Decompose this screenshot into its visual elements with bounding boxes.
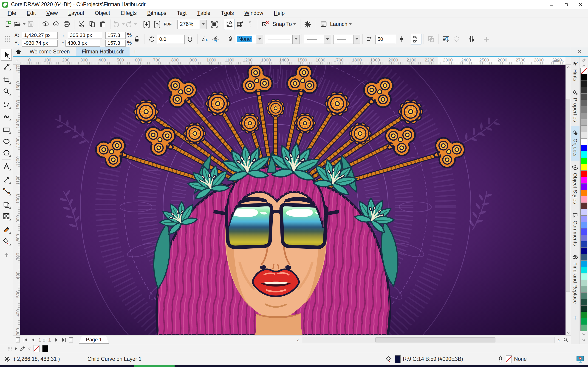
copy-button[interactable] xyxy=(87,19,98,30)
palette-swatch-#5fb380[interactable] xyxy=(580,325,587,331)
menu-file[interactable]: File xyxy=(2,9,21,17)
round-node-icon[interactable] xyxy=(185,34,195,45)
palette-scroll-left-icon[interactable] xyxy=(28,347,31,350)
palette-swatch-#88b0a0[interactable] xyxy=(580,286,587,293)
next-page-button[interactable] xyxy=(53,336,60,343)
print-button[interactable] xyxy=(61,19,72,30)
menu-help[interactable]: Help xyxy=(268,9,290,17)
palette-swatch-#4d4d4d[interactable] xyxy=(580,93,587,100)
rotation-angle-field[interactable]: 0.0 xyxy=(157,35,185,44)
scroll-down-icon[interactable] xyxy=(566,330,571,335)
freehand-tool[interactable] xyxy=(1,99,12,110)
palette-swatch-#00ff00[interactable] xyxy=(580,158,587,164)
palette-swatch-#ff0000[interactable] xyxy=(580,170,587,177)
palette-swatch-#808080[interactable] xyxy=(580,106,587,113)
docker-tab-find-and-replace[interactable]: Find and Replace xyxy=(571,250,579,308)
palette-swatch-#5c2e2e[interactable] xyxy=(580,202,587,209)
cloud-download-button[interactable] xyxy=(40,19,51,30)
palette-swatch-#0d3326[interactable] xyxy=(580,305,587,312)
object-position-grid-icon[interactable] xyxy=(2,34,13,45)
new-document-tab-button[interactable]: + xyxy=(130,47,140,56)
status-options-gear-icon[interactable] xyxy=(4,356,10,363)
start-arrowhead-combo[interactable] xyxy=(304,35,331,44)
undo-caret-icon[interactable] xyxy=(122,23,125,25)
vertical-ruler[interactable]: 1700160015001400130012001100100090080070… xyxy=(13,65,20,335)
smoothing-slider-button[interactable] xyxy=(396,34,406,45)
palette-swatch-#4d8070[interactable] xyxy=(580,292,587,299)
horizontal-scroll-thumb[interactable] xyxy=(375,337,495,342)
artistic-media-tool[interactable] xyxy=(1,110,12,122)
palette-swatch-#ff00ff[interactable] xyxy=(580,177,587,184)
palette-swatch-#0000ff[interactable] xyxy=(580,145,587,151)
palette-swatch-#333333[interactable] xyxy=(580,87,587,94)
menu-edit[interactable]: Edit xyxy=(21,9,41,17)
close-curve-button[interactable] xyxy=(411,34,422,45)
text-tool[interactable] xyxy=(1,161,12,172)
drawing-canvas[interactable] xyxy=(20,65,565,335)
export-button[interactable] xyxy=(152,19,162,30)
scroll-left-icon[interactable]: ‹ xyxy=(295,337,301,343)
last-page-button[interactable] xyxy=(60,336,68,343)
palette-expand-icon[interactable] xyxy=(582,337,586,343)
palette-swatch-#1f3faf[interactable] xyxy=(580,241,587,248)
menu-table[interactable]: Table xyxy=(192,9,216,17)
document-swatch-black[interactable] xyxy=(42,345,48,352)
object-width-field[interactable]: 305.38 px xyxy=(68,32,102,39)
show-guidelines-button[interactable] xyxy=(245,19,256,30)
undo-button[interactable] xyxy=(112,19,125,30)
menu-layout[interactable]: Layout xyxy=(63,9,90,17)
outline-width-combo[interactable]: None xyxy=(236,35,263,44)
palette-swatch-#ffff00[interactable] xyxy=(580,164,587,171)
fill-color-swatch[interactable] xyxy=(395,355,401,363)
minimize-button[interactable] xyxy=(544,0,559,9)
cloud-upload-button[interactable] xyxy=(51,19,61,30)
zoom-level-combo[interactable]: 276% xyxy=(177,20,207,29)
fit-page-button[interactable] xyxy=(562,336,569,343)
launch-dropdown[interactable]: Launch xyxy=(317,19,354,30)
restore-button[interactable] xyxy=(559,0,573,9)
snap-points-button[interactable] xyxy=(451,34,462,45)
open-button[interactable] xyxy=(13,19,26,30)
ruler-origin-button[interactable] xyxy=(13,57,20,65)
import-button[interactable] xyxy=(141,19,152,30)
shape-tool[interactable] xyxy=(1,60,12,72)
customize-plus-button[interactable] xyxy=(481,34,492,45)
outline-color-icon[interactable] xyxy=(498,356,503,363)
scale-v-field[interactable]: 157.3 xyxy=(105,40,126,47)
palette-swatch-#1a1a1a[interactable] xyxy=(580,81,587,87)
docker-tab-comments[interactable]: Comments xyxy=(571,208,579,250)
docker-tab-properties[interactable]: Properties xyxy=(571,85,579,126)
color-proof-display-icon[interactable] xyxy=(576,356,584,363)
palette-swatch-#b3b3b3[interactable] xyxy=(580,119,587,126)
show-grid-button[interactable] xyxy=(234,19,245,30)
smoothing-field[interactable]: 50 xyxy=(375,35,396,44)
publish-pdf-button[interactable]: PDF xyxy=(162,19,173,30)
ellipse-tool[interactable] xyxy=(1,135,12,147)
palette-swatch-none[interactable] xyxy=(580,68,587,74)
scale-h-field[interactable]: 157.3 xyxy=(105,32,126,39)
x-position-field[interactable]: 1,420.27 px xyxy=(22,32,58,39)
menu-text[interactable]: Text xyxy=(172,9,192,17)
tab-welcome-screen[interactable]: Welcome Screen xyxy=(24,47,76,56)
add-tools-button[interactable] xyxy=(1,249,12,261)
palette-swatch-#7373d9[interactable] xyxy=(580,235,587,241)
palette-swatch-#02a54b[interactable] xyxy=(580,318,587,325)
palette-swatch-#9999ff[interactable] xyxy=(580,215,587,222)
close-document-icon[interactable] xyxy=(577,49,582,55)
add-page-after-button[interactable] xyxy=(68,336,75,343)
snap-off-button[interactable] xyxy=(260,19,271,30)
paste-button[interactable] xyxy=(98,19,108,30)
scroll-up-icon[interactable] xyxy=(566,65,571,70)
vertical-scroll-thumb[interactable] xyxy=(566,99,570,292)
palette-swatch-#666666[interactable] xyxy=(580,100,587,106)
palette-swatch-#00ffff[interactable] xyxy=(580,151,587,158)
object-height-field[interactable]: 430.3 px xyxy=(65,40,100,47)
palette-swatch-#7f00ff[interactable] xyxy=(580,183,587,190)
menu-effects[interactable]: Effects xyxy=(115,9,142,17)
connector-tool[interactable] xyxy=(1,186,12,197)
tab-document[interactable]: Firman Hatibu.cdr xyxy=(76,47,130,56)
palette-swatch-#b0d8c8[interactable] xyxy=(580,280,587,286)
fill-color-icon[interactable] xyxy=(385,356,392,363)
snap-to-dropdown[interactable]: Snap To xyxy=(271,19,298,30)
zoom-tool[interactable] xyxy=(1,85,12,97)
